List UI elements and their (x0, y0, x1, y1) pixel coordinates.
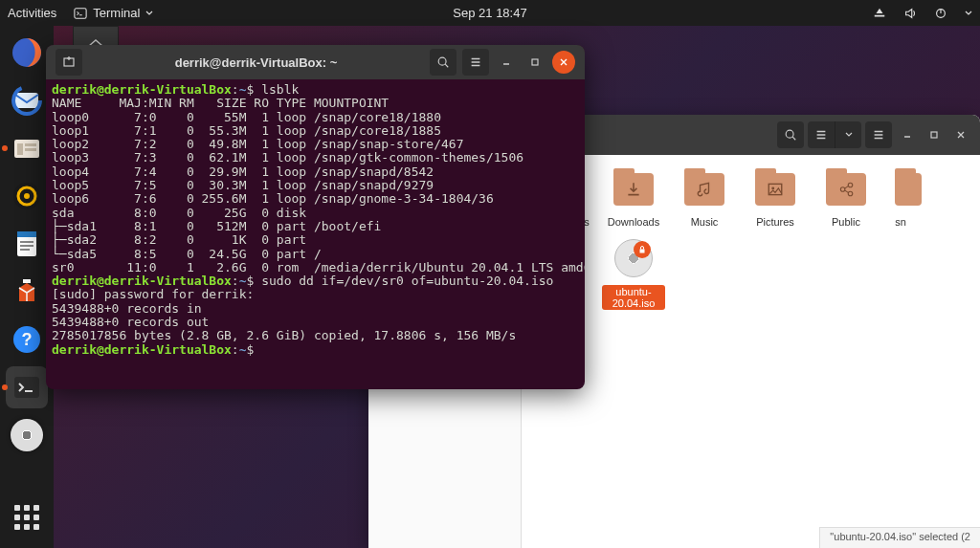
new-tab-icon (62, 55, 76, 69)
svg-rect-20 (14, 377, 39, 398)
svg-point-11 (24, 193, 30, 199)
svg-rect-0 (75, 8, 86, 18)
terminal-window: derrik@derrik-VirtualBox: ~ derrik@derri… (46, 45, 585, 389)
svg-text:?: ? (22, 330, 33, 349)
dock-firefox[interactable] (6, 32, 48, 74)
firefox-icon (10, 35, 44, 70)
lock-badge-icon (634, 241, 651, 258)
svg-rect-14 (20, 241, 33, 243)
folder-public[interactable]: Public (814, 166, 878, 228)
files-icon (10, 131, 44, 165)
files-menu-button[interactable] (865, 121, 892, 148)
files-search-button[interactable] (777, 121, 804, 148)
thunderbird-icon (10, 83, 44, 118)
terminal-minimize-button[interactable] (495, 51, 518, 74)
dock-software[interactable] (6, 271, 48, 313)
svg-rect-7 (25, 143, 36, 146)
svg-rect-3 (15, 93, 38, 108)
app-menu[interactable]: Terminal (74, 6, 153, 20)
terminal-menu-button[interactable] (462, 49, 489, 76)
svg-point-21 (786, 130, 793, 138)
list-icon (814, 128, 828, 142)
volume-icon[interactable] (903, 7, 917, 20)
writer-icon (10, 227, 44, 261)
files-close-button[interactable] (949, 123, 972, 146)
picture-icon (767, 181, 784, 198)
svg-rect-6 (17, 143, 23, 155)
terminal-output[interactable]: derrik@derrik-VirtualBox:~$ lsblk NAME M… (46, 79, 585, 361)
svg-point-27 (771, 186, 774, 189)
download-icon (625, 181, 642, 198)
folder-downloads[interactable]: Downloads (602, 166, 665, 228)
file-item-label: ubuntu-20.04.iso (602, 285, 665, 310)
chevron-down-icon (145, 10, 153, 17)
file-item-label: sn (885, 216, 916, 228)
music-icon (696, 181, 713, 198)
terminal-new-tab-button[interactable] (56, 49, 82, 76)
file-item-label: Public (814, 216, 878, 228)
terminal-search-button[interactable] (430, 49, 457, 76)
network-icon[interactable] (873, 7, 886, 20)
file-item-label: Music (673, 216, 736, 228)
svg-point-34 (438, 57, 446, 65)
power-icon[interactable] (934, 7, 947, 20)
svg-rect-35 (532, 59, 538, 65)
dock-thunderbird[interactable] (6, 79, 48, 121)
rhythmbox-icon (10, 179, 44, 213)
folder-snap[interactable]: sn (885, 166, 916, 228)
terminal-title: derrik@derrik-VirtualBox: ~ (88, 55, 424, 70)
svg-point-29 (848, 183, 853, 187)
file-item-label: Pictures (744, 216, 807, 228)
svg-rect-32 (640, 250, 645, 253)
files-minimize-button[interactable] (896, 123, 919, 146)
terminal-icon (74, 7, 87, 20)
svg-rect-22 (931, 132, 937, 138)
app-menu-label: Terminal (93, 6, 140, 20)
svg-rect-13 (17, 231, 36, 237)
gnome-topbar: Activities Terminal Sep 21 18:47 (0, 0, 980, 26)
chevron-down-icon (845, 131, 853, 139)
software-icon (10, 274, 44, 309)
chevron-down-icon (965, 10, 972, 17)
show-applications-button[interactable] (6, 496, 48, 538)
svg-point-28 (840, 187, 845, 192)
files-maximize-button[interactable] (923, 123, 946, 146)
file-item-label: Downloads (602, 216, 665, 228)
dock-writer[interactable] (6, 223, 48, 265)
folder-pictures[interactable]: Pictures (744, 166, 807, 228)
files-statusbar: "ubuntu-20.04.iso" selected (2 (819, 527, 980, 548)
svg-point-30 (848, 191, 853, 196)
svg-rect-8 (25, 148, 36, 151)
svg-rect-16 (20, 249, 30, 251)
view-options-button[interactable] (835, 121, 861, 148)
dock-disc[interactable] (6, 414, 48, 456)
files-icon-view[interactable]: Documents Downloads Music Pictures Publi… (522, 155, 980, 548)
terminal-close-button[interactable] (552, 51, 575, 74)
search-icon (784, 128, 797, 142)
svg-rect-17 (23, 279, 31, 283)
terminal-headerbar: derrik@derrik-VirtualBox: ~ (46, 45, 585, 79)
dock-terminal[interactable] (6, 366, 48, 408)
dock-help[interactable]: ? (6, 318, 48, 361)
share-icon (837, 181, 855, 198)
hamburger-icon (872, 128, 885, 142)
hamburger-icon (469, 55, 482, 69)
activities-button[interactable]: Activities (8, 6, 56, 20)
disc-icon (11, 419, 43, 451)
view-list-button[interactable] (808, 121, 835, 148)
close-icon (559, 57, 568, 67)
file-iso[interactable]: ubuntu-20.04.iso (602, 235, 665, 310)
terminal-maximize-button[interactable] (523, 51, 546, 74)
terminal-app-icon (10, 370, 44, 405)
svg-rect-15 (20, 245, 33, 247)
dock-rhythmbox[interactable] (6, 175, 48, 217)
search-icon (436, 55, 450, 69)
clock[interactable]: Sep 21 18:47 (453, 6, 526, 20)
dock-files[interactable] (6, 127, 48, 169)
folder-music[interactable]: Music (673, 166, 736, 228)
help-icon: ? (10, 322, 44, 357)
